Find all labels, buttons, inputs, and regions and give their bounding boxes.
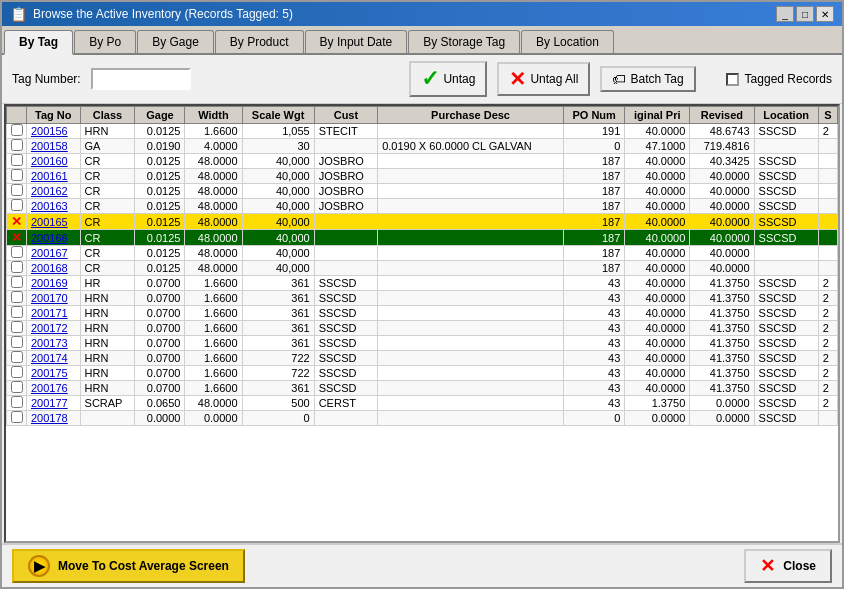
cell-cust xyxy=(314,261,378,276)
window-title: Browse the Active Inventory (Records Tag… xyxy=(33,7,293,21)
tab-by-po[interactable]: By Po xyxy=(74,30,136,53)
row-checkbox[interactable] xyxy=(11,124,23,136)
table-container: Tag No Class Gage Width Scale Wgt Cust P… xyxy=(4,104,840,543)
row-checkbox[interactable] xyxy=(11,169,23,181)
table-row[interactable]: 200161CR0.012548.000040,000JOSBRO18740.0… xyxy=(7,169,838,184)
row-checkbox[interactable] xyxy=(11,306,23,318)
cell-po_num: 187 xyxy=(563,214,624,230)
table-row[interactable]: 200162CR0.012548.000040,000JOSBRO18740.0… xyxy=(7,184,838,199)
cell-scale_wgt: 722 xyxy=(242,366,314,381)
table-row[interactable]: 2001780.00000.0000000.00000.0000SSCSD xyxy=(7,411,838,426)
cell-tag_no[interactable]: 200178 xyxy=(27,411,81,426)
table-row[interactable]: 200176HRN0.07001.6600361SSCSD4340.000041… xyxy=(7,381,838,396)
table-row[interactable]: 200171HRN0.07001.6600361SSCSD4340.000041… xyxy=(7,306,838,321)
cell-tag_no[interactable]: 200170 xyxy=(27,291,81,306)
table-row[interactable]: 200160CR0.012548.000040,000JOSBRO18740.0… xyxy=(7,154,838,169)
cell-tag_no[interactable]: 200162 xyxy=(27,184,81,199)
cell-purchase_desc xyxy=(378,396,564,411)
check-icon: ✓ xyxy=(421,66,439,92)
tab-by-product[interactable]: By Product xyxy=(215,30,304,53)
cell-location: SSCSD xyxy=(754,381,818,396)
cell-tag_no[interactable]: 200172 xyxy=(27,321,81,336)
table-scroll[interactable]: Tag No Class Gage Width Scale Wgt Cust P… xyxy=(6,106,838,541)
cell-tag_no[interactable]: 200163 xyxy=(27,199,81,214)
cell-tag_no[interactable]: 200174 xyxy=(27,351,81,366)
table-header-row: Tag No Class Gage Width Scale Wgt Cust P… xyxy=(7,107,838,124)
cell-purchase_desc xyxy=(378,276,564,291)
table-row[interactable]: 200177SCRAP0.065048.0000500CERST431.3750… xyxy=(7,396,838,411)
table-row[interactable]: ✕200166CR0.012548.000040,00018740.000040… xyxy=(7,230,838,246)
row-checkbox[interactable] xyxy=(11,199,23,211)
table-row[interactable]: 200169HR0.07001.6600361SSCSD4340.000041.… xyxy=(7,276,838,291)
cell-tag_no[interactable]: 200171 xyxy=(27,306,81,321)
row-checkbox[interactable] xyxy=(11,261,23,273)
maximize-button[interactable]: □ xyxy=(796,6,814,22)
tag-cell xyxy=(7,246,27,261)
cell-location xyxy=(754,261,818,276)
tagged-records-checkbox[interactable] xyxy=(726,73,739,86)
table-row[interactable]: 200168CR0.012548.000040,00018740.000040.… xyxy=(7,261,838,276)
table-row[interactable]: 200167CR0.012548.000040,00018740.000040.… xyxy=(7,246,838,261)
row-checkbox[interactable] xyxy=(11,184,23,196)
tab-bar: By Tag By Po By Gage By Product By Input… xyxy=(2,26,842,55)
table-row[interactable]: 200174HRN0.07001.6600722SSCSD4340.000041… xyxy=(7,351,838,366)
cell-tag_no[interactable]: 200176 xyxy=(27,381,81,396)
tab-by-storage-tag[interactable]: By Storage Tag xyxy=(408,30,520,53)
row-checkbox[interactable] xyxy=(11,154,23,166)
table-row[interactable]: 200173HRN0.07001.6600361SSCSD4340.000041… xyxy=(7,336,838,351)
cell-tag_no[interactable]: 200165 xyxy=(27,214,81,230)
cell-cust: SSCSD xyxy=(314,276,378,291)
table-row[interactable]: 200175HRN0.07001.6600722SSCSD4340.000041… xyxy=(7,366,838,381)
move-to-cost-average-button[interactable]: ▶ Move To Cost Average Screen xyxy=(12,549,245,583)
cell-s xyxy=(818,261,837,276)
tab-by-gage[interactable]: By Gage xyxy=(137,30,214,53)
cell-orig_price: 40.0000 xyxy=(625,184,690,199)
cell-tag_no[interactable]: 200169 xyxy=(27,276,81,291)
batch-tag-button[interactable]: 🏷 Batch Tag xyxy=(600,66,695,92)
row-checkbox[interactable] xyxy=(11,139,23,151)
window-icon: 📋 xyxy=(10,6,27,22)
row-checkbox[interactable] xyxy=(11,366,23,378)
minimize-button[interactable]: _ xyxy=(776,6,794,22)
row-checkbox[interactable] xyxy=(11,351,23,363)
tab-by-tag[interactable]: By Tag xyxy=(4,30,73,55)
tab-by-input-date[interactable]: By Input Date xyxy=(305,30,408,53)
cell-tag_no[interactable]: 200168 xyxy=(27,261,81,276)
tab-by-location[interactable]: By Location xyxy=(521,30,614,53)
cell-gage: 0.0125 xyxy=(135,230,185,246)
row-checkbox[interactable] xyxy=(11,291,23,303)
untag-button[interactable]: ✓ Untag xyxy=(409,61,487,97)
cell-tag_no[interactable]: 200167 xyxy=(27,246,81,261)
cell-s xyxy=(818,246,837,261)
untag-all-button[interactable]: ✕ Untag All xyxy=(497,62,590,96)
cell-tag_no[interactable]: 200175 xyxy=(27,366,81,381)
cell-tag_no[interactable]: 200173 xyxy=(27,336,81,351)
table-row[interactable]: 200163CR0.012548.000040,000JOSBRO18740.0… xyxy=(7,199,838,214)
table-row[interactable]: ✕200165CR0.012548.000040,00018740.000040… xyxy=(7,214,838,230)
window-close-button[interactable]: ✕ xyxy=(816,6,834,22)
cell-purchase_desc xyxy=(378,351,564,366)
close-button[interactable]: ✕ Close xyxy=(744,549,832,583)
table-row[interactable]: 200170HRN0.07001.6600361SSCSD4340.000041… xyxy=(7,291,838,306)
row-checkbox[interactable] xyxy=(11,381,23,393)
row-checkbox[interactable] xyxy=(11,246,23,258)
cell-s: 2 xyxy=(818,124,837,139)
cell-orig_price: 40.0000 xyxy=(625,336,690,351)
row-checkbox[interactable] xyxy=(11,336,23,348)
row-checkbox[interactable] xyxy=(11,276,23,288)
cell-tag_no[interactable]: 200161 xyxy=(27,169,81,184)
row-checkbox[interactable] xyxy=(11,321,23,333)
cell-s: 2 xyxy=(818,351,837,366)
cell-tag_no[interactable]: 200160 xyxy=(27,154,81,169)
cell-tag_no[interactable]: 200158 xyxy=(27,139,81,154)
cell-tag_no[interactable]: 200177 xyxy=(27,396,81,411)
row-checkbox[interactable] xyxy=(11,411,23,423)
cell-s: 2 xyxy=(818,321,837,336)
tag-number-input[interactable] xyxy=(91,68,191,90)
table-row[interactable]: 200158GA0.01904.0000300.0190 X 60.0000 C… xyxy=(7,139,838,154)
table-row[interactable]: 200156HRN0.01251.66001,055STECIT19140.00… xyxy=(7,124,838,139)
table-row[interactable]: 200172HRN0.07001.6600361SSCSD4340.000041… xyxy=(7,321,838,336)
cell-tag_no[interactable]: 200166 xyxy=(27,230,81,246)
cell-tag_no[interactable]: 200156 xyxy=(27,124,81,139)
row-checkbox[interactable] xyxy=(11,396,23,408)
